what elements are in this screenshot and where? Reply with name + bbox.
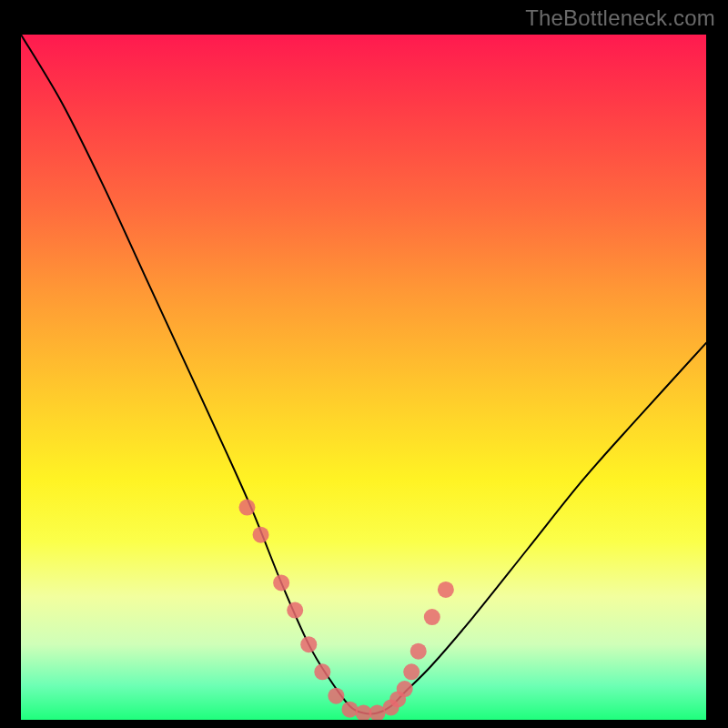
marker-dot	[403, 663, 420, 680]
marker-dot	[328, 688, 344, 704]
marker-dot	[397, 681, 413, 697]
bottleneck-curve	[21, 35, 706, 713]
marker-dot	[424, 609, 440, 625]
bottleneck-points	[238, 500, 453, 720]
marker-dot	[253, 527, 269, 543]
chart-svg	[21, 35, 706, 720]
chart-frame: TheBottleneck.com	[0, 0, 728, 728]
marker-dot	[410, 643, 427, 660]
attribution-label: TheBottleneck.com	[525, 5, 715, 31]
marker-dot	[300, 636, 317, 652]
marker-dot	[273, 574, 289, 591]
marker-dot	[438, 581, 454, 598]
plot-area	[21, 35, 706, 720]
marker-dot	[238, 500, 255, 516]
marker-dot	[287, 602, 303, 619]
marker-dot	[341, 702, 358, 718]
marker-dot	[314, 663, 330, 680]
